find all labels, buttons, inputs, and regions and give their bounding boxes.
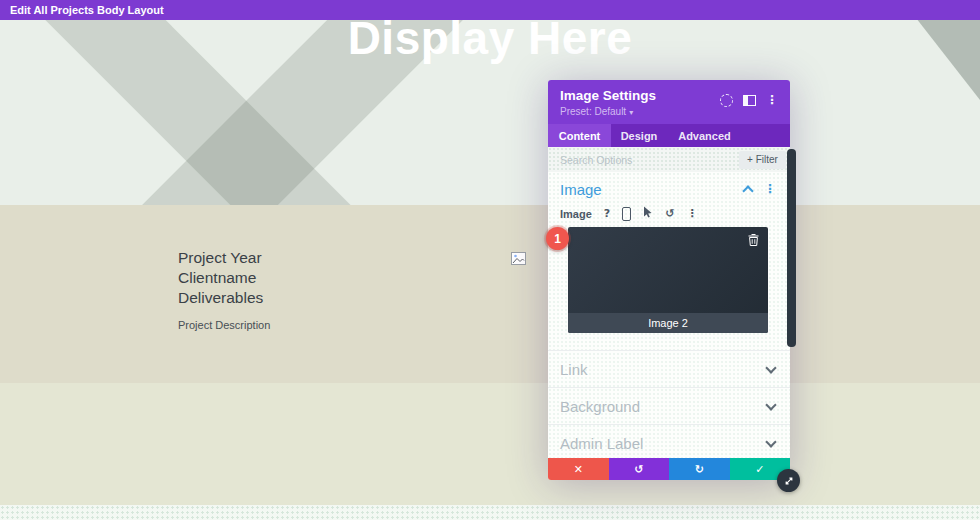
image-settings-modal: Image Settings Preset: Default▾ ⋮ Conten… bbox=[548, 80, 790, 480]
redo-button[interactable]: ↻ bbox=[669, 458, 730, 480]
diagonal-resize-icon bbox=[783, 475, 795, 487]
footer-section bbox=[0, 505, 980, 520]
image-field-label: Image bbox=[560, 208, 592, 220]
badge-count: 1 bbox=[554, 232, 561, 246]
section-background[interactable]: Background bbox=[548, 387, 790, 424]
preset-selector[interactable]: Preset: Default▾ bbox=[560, 106, 778, 117]
admin-bar-title: Edit All Projects Body Layout bbox=[10, 4, 164, 16]
modal-action-bar: ✕ ↺ ↻ ✓ bbox=[548, 458, 790, 480]
modal-header[interactable]: Image Settings Preset: Default▾ ⋮ bbox=[548, 80, 790, 124]
filter-button[interactable]: + Filter bbox=[739, 151, 786, 169]
image-preview-caption: Image 2 bbox=[568, 313, 768, 333]
hero-section: Display Here bbox=[0, 20, 980, 205]
search-options-bar: + Filter bbox=[548, 147, 790, 172]
section-link[interactable]: Link bbox=[548, 350, 790, 387]
image-field-kebab-icon[interactable]: ⋮ bbox=[686, 207, 697, 220]
tab-design[interactable]: Design bbox=[611, 124, 667, 147]
trash-icon[interactable] bbox=[748, 233, 759, 248]
help-icon[interactable]: ? bbox=[604, 207, 610, 220]
chevron-down-icon[interactable] bbox=[765, 362, 776, 373]
section-admin-label-label: Admin Label bbox=[560, 435, 767, 452]
preset-label: Preset: Default bbox=[560, 106, 626, 117]
project-deliverables-text: Deliverables bbox=[178, 288, 270, 308]
step-count-badge: 1 bbox=[546, 227, 569, 250]
responsive-preview-icon[interactable] bbox=[720, 94, 733, 107]
tab-content[interactable]: Content bbox=[548, 124, 611, 147]
lower-section bbox=[0, 383, 980, 505]
image-section-kebab-icon[interactable]: ⋮ bbox=[764, 184, 776, 195]
project-text-block: Project Year Clientname Deliverables Pro… bbox=[178, 248, 270, 332]
panel-layout-icon[interactable] bbox=[743, 95, 756, 106]
image-section-title: Image bbox=[560, 181, 744, 198]
discard-button[interactable]: ✕ bbox=[548, 458, 609, 480]
modal-scrollbar[interactable] bbox=[787, 149, 796, 347]
modal-header-icons: ⋮ bbox=[720, 94, 778, 107]
modal-menu-kebab-icon[interactable]: ⋮ bbox=[766, 95, 778, 106]
image-field-row: Image ? ↺ ⋮ bbox=[548, 203, 790, 227]
image-section-header[interactable]: Image ⋮ bbox=[548, 172, 790, 203]
section-background-label: Background bbox=[560, 398, 767, 415]
divi-builder-view: Edit All Projects Body Layout Display He… bbox=[0, 0, 980, 520]
modal-resize-handle[interactable] bbox=[777, 469, 800, 492]
project-section bbox=[0, 205, 980, 383]
modal-content: Image ⋮ Image ? ↺ ⋮ bbox=[548, 172, 790, 458]
section-link-label: Link bbox=[560, 361, 767, 378]
reset-undo-icon[interactable]: ↺ bbox=[665, 207, 674, 220]
undo-button[interactable]: ↺ bbox=[609, 458, 670, 480]
chevron-down-icon[interactable] bbox=[765, 436, 776, 447]
project-client-text: Clientname bbox=[178, 268, 270, 288]
preset-caret-icon: ▾ bbox=[629, 108, 633, 117]
collapsed-sections: Link Background Admin Label bbox=[548, 350, 790, 458]
section-admin-label[interactable]: Admin Label bbox=[548, 424, 790, 458]
search-options-input[interactable] bbox=[560, 154, 739, 166]
image-preview[interactable]: Image 2 bbox=[568, 227, 768, 333]
project-description-text: Project Description bbox=[178, 318, 270, 332]
hover-cursor-icon[interactable] bbox=[643, 206, 653, 221]
admin-bar: Edit All Projects Body Layout bbox=[0, 0, 980, 20]
tab-advanced[interactable]: Advanced bbox=[667, 124, 742, 147]
modal-tabs: Content Design Advanced bbox=[548, 124, 790, 147]
project-year-text: Project Year bbox=[178, 248, 270, 268]
broken-image-icon bbox=[511, 251, 526, 264]
responsive-phone-icon[interactable] bbox=[622, 207, 631, 221]
hero-heading: Display Here bbox=[0, 20, 980, 68]
chevron-up-icon[interactable] bbox=[742, 185, 753, 196]
chevron-down-icon[interactable] bbox=[765, 399, 776, 410]
